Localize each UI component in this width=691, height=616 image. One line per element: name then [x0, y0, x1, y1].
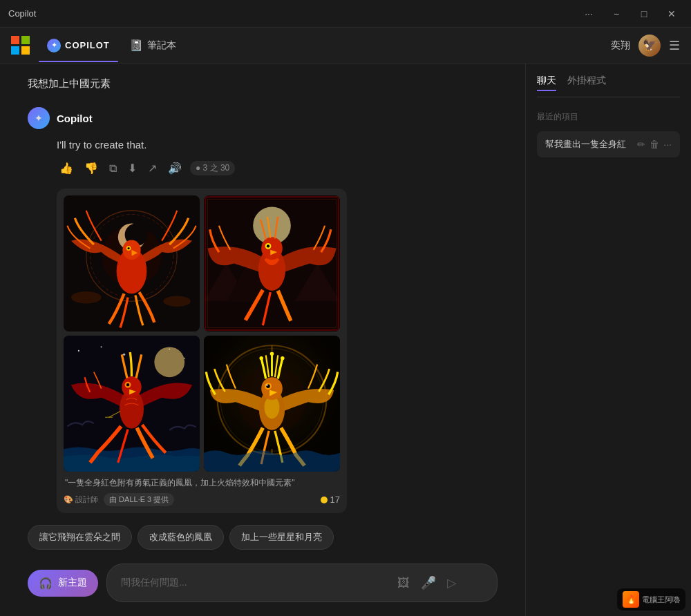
image-grid-container: "一隻全身紅色附有勇氣正義的鳳凰，加上火焰特效和中國元素" 🎨 設計師 由 DA… [57, 189, 347, 513]
microsoft-logo [11, 36, 30, 55]
svg-point-19 [261, 237, 283, 260]
image-upload-button[interactable]: 🖼 [395, 573, 413, 593]
title-bar: Copilot ··· − □ ✕ [0, 0, 691, 28]
reaction-bar: 👍 👎 ⧉ ⬇ ↗ 🔊 ● 3 之 30 [57, 160, 498, 176]
svg-point-26 [78, 350, 79, 352]
audio-button[interactable]: 🔊 [165, 160, 184, 176]
maximize-button[interactable]: □ [633, 4, 655, 23]
notebook-tab-label: 筆記本 [147, 39, 176, 52]
recent-title: 最近的項目 [537, 111, 680, 123]
reaction-count: ● 3 之 30 [190, 161, 235, 175]
notebook-icon: 📓 [129, 39, 143, 52]
user-message: 我想加上中國元素 [28, 77, 498, 90]
svg-point-33 [122, 376, 141, 398]
tab-copilot[interactable]: ✦ COPILOT [39, 35, 118, 57]
copilot-icon: ✦ [47, 39, 61, 52]
copilot-tab-label: COPILOT [65, 40, 110, 50]
recent-item-text-0: 幫我畫出一隻全身紅 [545, 138, 633, 151]
phoenix-image-2[interactable] [204, 195, 340, 331]
svg-point-28 [123, 354, 125, 356]
recent-edit-button[interactable]: ✏ [637, 139, 645, 150]
watermark: 🔥 電腦王阿嚕 [617, 588, 685, 610]
svg-point-21 [267, 244, 269, 247]
image-footer: 🎨 設計師 由 DALL·E 3 提供 17 [64, 493, 340, 506]
svg-point-31 [154, 347, 184, 377]
headset-icon: 🎧 [39, 577, 53, 590]
thumbs-down-button[interactable]: 👎 [82, 160, 101, 176]
designer-tag: 🎨 設計師 [64, 494, 98, 505]
app-title: Copilot [8, 8, 36, 19]
close-button[interactable]: ✕ [661, 4, 683, 23]
ms-sq3 [11, 46, 19, 55]
chat-messages: 我想加上中國元素 ✦ Copilot I'll try to create th… [0, 64, 525, 518]
phoenix-image-3[interactable] [64, 336, 200, 472]
svg-point-51 [270, 352, 274, 356]
svg-point-52 [281, 356, 284, 360]
suggestions-bar: 讓它飛翔在雲朵之間 改成藍色的鳳凰 加上一些星星和月亮 [0, 518, 525, 557]
bot-message: ✦ Copilot I'll try to create that. 👍 👎 ⧉… [28, 107, 498, 513]
phoenix-image-1[interactable] [64, 195, 200, 331]
user-avatar[interactable]: 🦅 [638, 35, 661, 57]
nav-right: 奕翔 🦅 ☰ [611, 35, 680, 57]
svg-point-50 [259, 356, 263, 360]
suggestion-0[interactable]: 讓它飛翔在雲朵之間 [28, 525, 132, 550]
mic-button[interactable]: 🎤 [418, 572, 439, 593]
tab-plugin[interactable]: 外掛程式 [567, 75, 606, 91]
like-count: 17 [321, 494, 340, 505]
ms-sq1 [11, 36, 19, 44]
image-grid [64, 195, 340, 472]
recent-item-actions-0: ✏ 🗑 ··· [637, 139, 672, 150]
user-message-text: 我想加上中國元素 [28, 77, 111, 89]
bot-name: Copilot [57, 113, 93, 124]
user-name: 奕翔 [611, 39, 630, 52]
tab-notebook[interactable]: 📓 筆記本 [121, 35, 184, 56]
tab-chat[interactable]: 聊天 [537, 75, 556, 91]
recent-item-0[interactable]: 幫我畫出一隻全身紅 ✏ 🗑 ··· [537, 131, 680, 157]
title-bar-left: Copilot [8, 8, 36, 19]
like-number: 17 [330, 494, 340, 505]
suggestion-2[interactable]: 加上一些星星和月亮 [229, 525, 334, 550]
right-sidebar: 聊天 外掛程式 最近的項目 幫我畫出一隻全身紅 ✏ 🗑 ··· [525, 64, 691, 616]
more-button[interactable]: ··· [578, 4, 600, 23]
svg-point-10 [163, 296, 190, 307]
chat-area: 我想加上中國元素 ✦ Copilot I'll try to create th… [0, 64, 525, 616]
svg-point-9 [71, 291, 102, 304]
bot-response-text: I'll try to create that. [57, 139, 498, 151]
suggestion-1[interactable]: 改成藍色的鳳凰 [138, 525, 224, 550]
menu-button[interactable]: ☰ [669, 38, 680, 53]
main-layout: 我想加上中國元素 ✦ Copilot I'll try to create th… [0, 64, 691, 616]
like-dot-icon [321, 497, 328, 503]
watermark-text: 電腦王阿嚕 [642, 595, 680, 605]
input-area: 🎧 新主題 問我任何問題... 🖼 🎤 ▷ [0, 557, 525, 616]
recent-delete-button[interactable]: 🗑 [650, 139, 659, 150]
share-button[interactable]: ↗ [145, 160, 160, 176]
svg-point-49 [261, 377, 283, 400]
input-placeholder: 問我任何問題... [121, 577, 187, 589]
window-controls: ··· − □ ✕ [578, 4, 683, 23]
copy-button[interactable]: ⧉ [106, 161, 120, 176]
svg-point-6 [122, 240, 140, 260]
send-button[interactable]: ▷ [444, 572, 460, 593]
svg-point-27 [101, 346, 102, 347]
thumbs-up-button[interactable]: 👍 [57, 160, 76, 176]
phoenix-image-4[interactable] [204, 336, 340, 472]
chat-input-box[interactable]: 問我任何問題... 🖼 🎤 ▷ [106, 564, 498, 602]
ms-sq2 [21, 36, 30, 44]
svg-point-8 [127, 247, 129, 249]
image-caption: "一隻全身紅色附有勇氣正義的鳳凰，加上火焰特效和中國元素" [64, 477, 340, 489]
new-topic-label: 新主題 [58, 577, 87, 589]
nav-bar: ✦ COPILOT 📓 筆記本 奕翔 🦅 ☰ [0, 28, 691, 64]
new-topic-button[interactable]: 🎧 新主題 [28, 570, 98, 597]
dalle-tag: 由 DALL·E 3 提供 [104, 493, 174, 506]
download-button[interactable]: ⬇ [125, 160, 140, 176]
svg-point-55 [266, 385, 267, 386]
svg-point-37 [126, 383, 129, 386]
input-actions: 🖼 🎤 ▷ [395, 572, 462, 593]
bot-header: ✦ Copilot [28, 107, 498, 129]
ms-sq4 [21, 46, 30, 55]
minimize-button[interactable]: − [605, 4, 627, 23]
recent-more-button[interactable]: ··· [663, 139, 672, 150]
nav-left: ✦ COPILOT 📓 筆記本 [11, 35, 184, 57]
bot-avatar: ✦ [28, 107, 50, 129]
image-tags: 🎨 設計師 由 DALL·E 3 提供 [64, 493, 174, 506]
